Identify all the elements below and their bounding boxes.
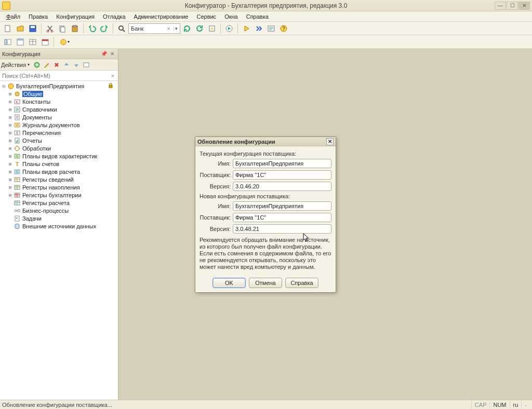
- search-clear-icon[interactable]: ×: [166, 25, 171, 32]
- chevron-down-icon[interactable]: ▾: [28, 62, 30, 67]
- tree-item[interactable]: ⊞Планы видов расчета: [0, 168, 118, 175]
- expand-icon[interactable]: ⊞: [7, 154, 13, 159]
- tree-item[interactable]: ⊞Справочники: [0, 105, 118, 113]
- new-name-field[interactable]: БухгалтерияПредприятия: [233, 201, 331, 211]
- redo-button[interactable]: [99, 23, 110, 34]
- expand-icon[interactable]: ⊞: [7, 115, 13, 120]
- current-vendor-field[interactable]: Фирма "1С": [233, 170, 331, 180]
- move-down-button[interactable]: [72, 60, 81, 70]
- tree-item[interactable]: Задачи: [0, 214, 118, 222]
- minimize-button[interactable]: —: [495, 2, 506, 10]
- tree-label: Регистры накопления: [22, 184, 80, 190]
- menu-service[interactable]: Сервис: [192, 12, 220, 21]
- actions-label[interactable]: Действия: [1, 62, 26, 68]
- tree-item[interactable]: ⊞TПланы счетов: [0, 160, 118, 168]
- pin-icon[interactable]: 📌: [100, 50, 108, 58]
- secondary-toolbar: ▾: [0, 35, 532, 49]
- cut-button[interactable]: [44, 23, 56, 34]
- debug-start-button[interactable]: [241, 23, 252, 34]
- tree-item[interactable]: ⊞Регистры сведений: [0, 175, 118, 183]
- menu-edit[interactable]: Правка: [24, 12, 52, 21]
- dialog-title-bar[interactable]: Обновление конфигурации ✕: [195, 137, 336, 146]
- maximize-button[interactable]: ☐: [507, 2, 518, 10]
- paste-button[interactable]: [69, 23, 81, 34]
- menu-help[interactable]: Справка: [242, 12, 273, 21]
- tree-item[interactable]: ⊞KКонстанты: [0, 98, 118, 105]
- refresh-alt-button[interactable]: [194, 23, 205, 34]
- close-button[interactable]: ✕: [518, 2, 530, 10]
- dropdown-icon[interactable]: ▾: [174, 26, 178, 31]
- help-button[interactable]: ?: [278, 23, 289, 34]
- expand-icon[interactable]: ⊞: [7, 130, 13, 135]
- delete-button[interactable]: [52, 60, 61, 70]
- search-input[interactable]: [1, 72, 109, 80]
- current-name-field[interactable]: БухгалтерияПредприятия: [233, 159, 331, 168]
- find-button[interactable]: [116, 23, 127, 34]
- toggle-panel-button[interactable]: [2, 36, 14, 48]
- tree-item[interactable]: ⊞Регистры бухгалтерии: [0, 191, 118, 199]
- expand-icon[interactable]: ⊞: [7, 122, 13, 128]
- tree-root[interactable]: ⊟БухгалтерияПредприятия: [0, 82, 118, 90]
- config-button[interactable]: [206, 23, 218, 34]
- version-label: Версия:: [200, 226, 233, 232]
- svg-rect-44: [15, 178, 20, 182]
- tree-item[interactable]: ⊞Журналы документов: [0, 121, 118, 129]
- current-version-field[interactable]: 3.0.46.20: [233, 182, 331, 191]
- copy-button[interactable]: [57, 23, 68, 34]
- expand-icon[interactable]: ⊞: [7, 177, 13, 182]
- refresh-button[interactable]: [181, 23, 193, 34]
- tree-item[interactable]: Регистры расчета: [0, 199, 118, 207]
- tree-item[interactable]: Внешние источники данных: [0, 222, 118, 230]
- new-vendor-field[interactable]: Фирма "1С": [233, 213, 331, 222]
- tree-item[interactable]: ⊞Регистры накопления: [0, 183, 118, 191]
- cancel-button[interactable]: Отмена: [249, 278, 282, 288]
- expand-icon[interactable]: ⊞: [7, 107, 13, 112]
- tree-item[interactable]: ⊞Общие: [0, 90, 118, 98]
- menu-debug[interactable]: Отладка: [99, 12, 129, 21]
- search-combo[interactable]: Банк × ▾: [128, 23, 180, 34]
- undo-button[interactable]: [86, 23, 98, 34]
- table-button[interactable]: [27, 36, 38, 48]
- enum-icon: [13, 129, 21, 137]
- expand-icon[interactable]: ⊞: [7, 99, 13, 104]
- 1c-enterprise-button[interactable]: ▾: [57, 36, 72, 48]
- menu-file[interactable]: Файл: [2, 12, 24, 21]
- sort-button[interactable]: [82, 60, 91, 70]
- expand-icon[interactable]: ⊞: [7, 169, 13, 174]
- configuration-tree[interactable]: ⊟БухгалтерияПредприятия⊞Общие⊞KКонстанты…: [0, 81, 118, 400]
- ok-button[interactable]: OK: [212, 278, 246, 288]
- move-up-button[interactable]: [62, 60, 71, 70]
- tree-item[interactable]: Бизнес-процессы: [0, 207, 118, 214]
- expand-icon[interactable]: ⊞: [7, 146, 13, 151]
- expand-icon[interactable]: ⊟: [1, 84, 7, 89]
- save-button[interactable]: [27, 23, 38, 34]
- form-button[interactable]: [15, 36, 26, 48]
- tree-item[interactable]: ⊞Перечисления: [0, 129, 118, 137]
- expand-icon[interactable]: ⊞: [7, 138, 13, 143]
- dialog-close-button[interactable]: ✕: [326, 138, 334, 145]
- add-button[interactable]: [32, 60, 42, 70]
- separator: [83, 23, 84, 34]
- expand-icon[interactable]: ⊞: [7, 161, 13, 167]
- tree-item[interactable]: ⊞Планы видов характеристик: [0, 152, 118, 160]
- tree-item[interactable]: ⊞Обработки: [0, 144, 118, 152]
- menu-config[interactable]: Конфигурация: [52, 12, 99, 21]
- tree-item[interactable]: ⊞Документы: [0, 113, 118, 121]
- syntax-check-button[interactable]: [265, 23, 277, 34]
- expand-icon[interactable]: ⊞: [7, 91, 13, 97]
- new-button[interactable]: [2, 23, 14, 34]
- menu-windows[interactable]: Окна: [220, 12, 242, 21]
- tree-item[interactable]: ⊞Отчеты: [0, 137, 118, 144]
- debug-step-button[interactable]: [253, 23, 264, 34]
- search-clear-icon[interactable]: ×: [109, 73, 117, 79]
- expand-icon[interactable]: ⊞: [7, 193, 13, 198]
- edit-button[interactable]: [42, 60, 51, 70]
- new-version-field[interactable]: 3.0.48.21: [233, 224, 331, 234]
- calendar-button[interactable]: [39, 36, 51, 48]
- expand-icon[interactable]: ⊞: [7, 185, 13, 190]
- help-button[interactable]: Справка: [285, 278, 318, 288]
- panel-close-icon[interactable]: ✕: [109, 50, 116, 58]
- menu-admin[interactable]: Администрирование: [130, 12, 193, 21]
- run-button[interactable]: [223, 23, 235, 34]
- open-button[interactable]: [15, 23, 26, 34]
